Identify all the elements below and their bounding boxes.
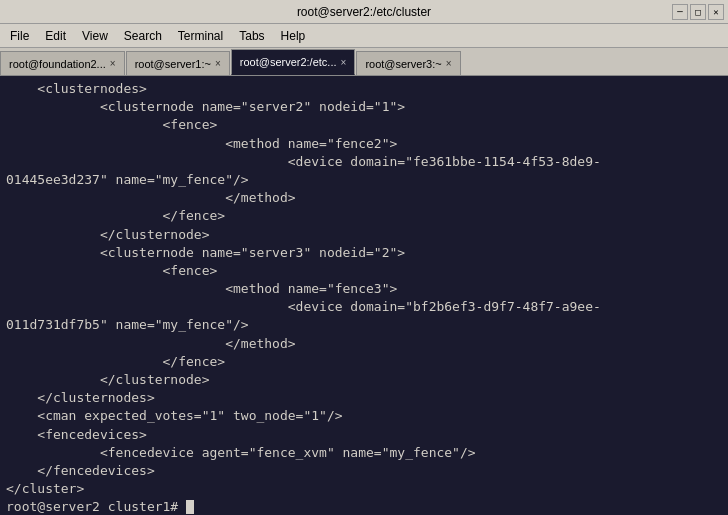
minimize-button[interactable]: ─ — [672, 4, 688, 20]
window-title: root@server2:/etc/cluster — [297, 5, 431, 19]
menu-search[interactable]: Search — [118, 27, 168, 45]
tab-close-icon[interactable]: × — [341, 57, 347, 68]
menubar: File Edit View Search Terminal Tabs Help — [0, 24, 728, 48]
titlebar: root@server2:/etc/cluster ─ □ ✕ — [0, 0, 728, 24]
menu-file[interactable]: File — [4, 27, 35, 45]
menu-terminal[interactable]: Terminal — [172, 27, 229, 45]
tab-label: root@server2:/etc... — [240, 56, 337, 68]
menu-view[interactable]: View — [76, 27, 114, 45]
terminal-cursor — [186, 500, 194, 514]
tab-label: root@server1:~ — [135, 58, 211, 70]
menu-edit[interactable]: Edit — [39, 27, 72, 45]
terminal-content[interactable]: <clusternodes> <clusternode name="server… — [0, 76, 728, 515]
tab-close-icon[interactable]: × — [446, 58, 452, 69]
window-controls[interactable]: ─ □ ✕ — [672, 4, 724, 20]
tab-label: root@foundation2... — [9, 58, 106, 70]
tab-close-icon[interactable]: × — [215, 58, 221, 69]
maximize-button[interactable]: □ — [690, 4, 706, 20]
terminal-text: <clusternodes> <clusternode name="server… — [6, 80, 722, 515]
menu-help[interactable]: Help — [275, 27, 312, 45]
tab-close-icon[interactable]: × — [110, 58, 116, 69]
menu-tabs[interactable]: Tabs — [233, 27, 270, 45]
tabbar: root@foundation2... × root@server1:~ × r… — [0, 48, 728, 76]
tab-server3[interactable]: root@server3:~ × — [356, 51, 460, 75]
tab-server1[interactable]: root@server1:~ × — [126, 51, 230, 75]
tab-server2[interactable]: root@server2:/etc... × — [231, 49, 356, 75]
tab-foundation2[interactable]: root@foundation2... × — [0, 51, 125, 75]
tab-label: root@server3:~ — [365, 58, 441, 70]
close-button[interactable]: ✕ — [708, 4, 724, 20]
